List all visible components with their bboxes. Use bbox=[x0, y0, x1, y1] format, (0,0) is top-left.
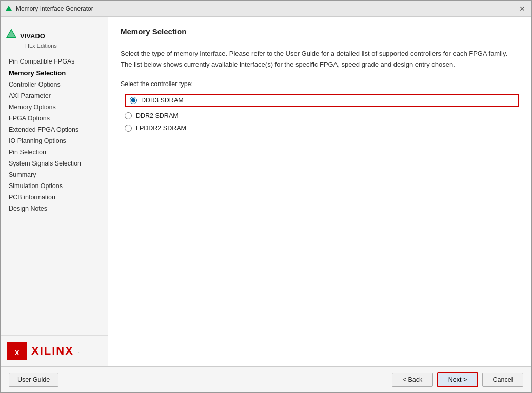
description-line2: The list below shows currently available… bbox=[121, 60, 455, 68]
cancel-button[interactable]: Cancel bbox=[482, 373, 523, 387]
footer: User Guide < Back Next > Cancel bbox=[1, 366, 531, 392]
vivado-triangle-icon bbox=[6, 28, 17, 41]
nav-list: Pin Compatible FPGAs Memory Selection Co… bbox=[1, 56, 108, 214]
back-button[interactable]: < Back bbox=[392, 373, 433, 387]
vivado-hlx: HLx Editions bbox=[6, 43, 103, 49]
xilinx-logo-area: X XILINX . bbox=[1, 335, 108, 366]
sidebar-item-memory-options[interactable]: Memory Options bbox=[1, 101, 108, 113]
description: Select the type of memory interface. Ple… bbox=[121, 49, 519, 70]
footer-left: User Guide bbox=[9, 373, 388, 387]
sidebar-item-io-planning-options[interactable]: IO Planning Options bbox=[1, 135, 108, 147]
radio-label-ddr3: DDR3 SDRAM bbox=[141, 97, 184, 104]
svg-marker-2 bbox=[7, 30, 15, 37]
app-icon bbox=[5, 5, 13, 13]
radio-group: DDR3 SDRAM DDR2 SDRAM LPDDR2 SDRAM bbox=[125, 94, 519, 132]
vivado-text: VIVADO bbox=[20, 27, 45, 42]
description-line1: Select the type of memory interface. Ple… bbox=[121, 50, 507, 57]
controller-type-label: Select the controller type: bbox=[121, 80, 519, 88]
sidebar-item-summary[interactable]: Summary bbox=[1, 169, 108, 180]
sidebar: VIVADO HLx Editions Pin Compatible FPGAs… bbox=[1, 17, 108, 366]
sidebar-item-pcb-information[interactable]: PCB information bbox=[1, 192, 108, 203]
xilinx-icon: X bbox=[7, 342, 27, 360]
xilinx-text: XILINX bbox=[31, 344, 74, 358]
radio-item-lpddr2[interactable]: LPDDR2 SDRAM bbox=[125, 125, 519, 132]
xilinx-dot: . bbox=[78, 348, 80, 354]
content-area: VIVADO HLx Editions Pin Compatible FPGAs… bbox=[1, 17, 531, 366]
radio-label-lpddr2: LPDDR2 SDRAM bbox=[136, 125, 186, 132]
close-button[interactable]: ✕ bbox=[517, 4, 527, 14]
radio-item-ddr2[interactable]: DDR2 SDRAM bbox=[125, 112, 519, 119]
vivado-logo-row: VIVADO bbox=[6, 27, 103, 42]
radio-ddr2[interactable] bbox=[125, 112, 132, 119]
window-title: Memory Interface Generator bbox=[16, 5, 517, 12]
main-window: Memory Interface Generator ✕ VIVADO bbox=[0, 0, 532, 393]
sidebar-item-fpga-options[interactable]: FPGA Options bbox=[1, 113, 108, 124]
sidebar-item-memory-selection[interactable]: Memory Selection bbox=[1, 67, 108, 79]
radio-label-ddr2: DDR2 SDRAM bbox=[136, 112, 179, 119]
sidebar-item-simulation-options[interactable]: Simulation Options bbox=[1, 180, 108, 192]
radio-ddr3[interactable] bbox=[130, 97, 137, 104]
next-button[interactable]: Next > bbox=[437, 372, 478, 387]
section-title: Memory Selection bbox=[121, 27, 519, 40]
sidebar-item-controller-options[interactable]: Controller Options bbox=[1, 79, 108, 90]
sidebar-item-design-notes[interactable]: Design Notes bbox=[1, 203, 108, 214]
sidebar-item-system-signals-selection[interactable]: System Signals Selection bbox=[1, 158, 108, 169]
sidebar-item-axi-parameter[interactable]: AXI Parameter bbox=[1, 90, 108, 101]
sidebar-item-pin-compatible-fpgas[interactable]: Pin Compatible FPGAs bbox=[1, 56, 108, 67]
svg-text:X: X bbox=[15, 349, 19, 357]
svg-marker-0 bbox=[6, 6, 12, 11]
xilinx-logo: X XILINX . bbox=[7, 342, 102, 360]
user-guide-button[interactable]: User Guide bbox=[9, 373, 58, 387]
radio-lpddr2[interactable] bbox=[125, 125, 132, 132]
sidebar-item-pin-selection[interactable]: Pin Selection bbox=[1, 147, 108, 158]
vivado-logo: VIVADO HLx Editions bbox=[1, 17, 108, 56]
radio-item-ddr3[interactable]: DDR3 SDRAM bbox=[125, 94, 519, 107]
main-panel: Memory Selection Select the type of memo… bbox=[108, 17, 531, 366]
title-bar: Memory Interface Generator ✕ bbox=[1, 1, 531, 17]
sidebar-item-extended-fpga-options[interactable]: Extended FPGA Options bbox=[1, 124, 108, 135]
